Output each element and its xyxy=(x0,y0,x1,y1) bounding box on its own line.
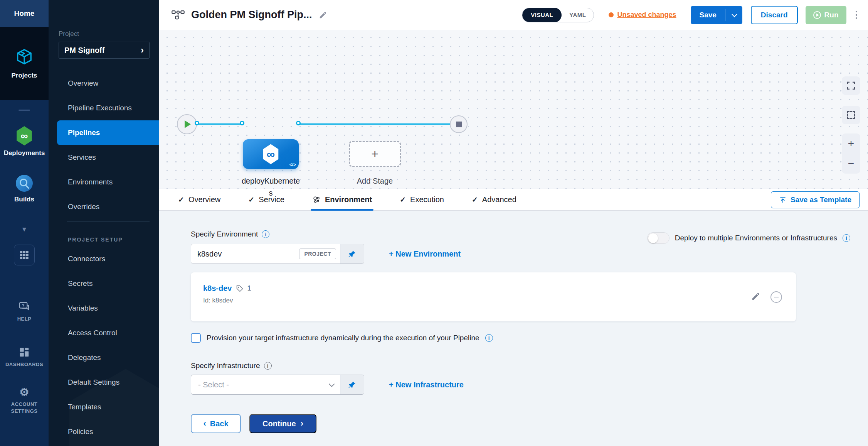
edit-environment-pencil-icon[interactable] xyxy=(751,292,760,302)
dashboards-icon xyxy=(19,346,30,358)
environment-input[interactable] xyxy=(191,244,299,264)
edge-stage-to-end xyxy=(299,123,454,125)
tag-icon xyxy=(236,285,244,292)
project-selector[interactable]: PM Signoff › xyxy=(59,42,150,59)
toggle-yaml[interactable]: YAML xyxy=(562,12,594,18)
tab-service[interactable]: ✓ Service xyxy=(248,189,284,211)
pipeline-flowchart-icon xyxy=(171,9,185,21)
toggle-visual[interactable]: VISUAL xyxy=(522,8,562,22)
marquee-icon xyxy=(847,111,855,119)
discard-button[interactable]: Discard xyxy=(751,6,798,24)
zoom-in-button[interactable]: + xyxy=(848,138,854,149)
run-button[interactable]: Run xyxy=(806,6,846,24)
multi-deploy-switch[interactable] xyxy=(647,232,670,244)
pipeline-header: Golden PM Signoff Pip... VISUAL YAML Uns… xyxy=(159,0,868,30)
sidebar-item-environments[interactable]: Environments xyxy=(49,170,159,194)
save-as-template-button[interactable]: Save as Template xyxy=(771,191,860,208)
zoom-out-button[interactable]: − xyxy=(848,158,854,169)
specify-environment-label: Specify Environment xyxy=(191,230,258,238)
sidebar-item-pipelines[interactable]: Pipelines xyxy=(57,120,159,145)
switch-knob xyxy=(648,233,658,243)
save-dropdown-button[interactable] xyxy=(725,13,742,17)
nav-help[interactable]: ? HELP xyxy=(17,301,32,323)
gear-icon: ⚙ xyxy=(19,387,29,398)
nav-dashboards[interactable]: DASHBOARDS xyxy=(5,346,43,368)
check-icon: ✓ xyxy=(472,195,478,204)
tab-environment-label: Environment xyxy=(325,195,372,204)
sidebar-item-variables[interactable]: Variables xyxy=(49,296,159,321)
canvas-zoom-controls: + − xyxy=(842,133,860,174)
nav-builds[interactable]: Builds xyxy=(14,175,34,203)
account-settings-label: ACCOUNT SETTINGS xyxy=(0,401,49,414)
sidebar-item-services[interactable]: Services xyxy=(49,145,159,170)
projects-cube-icon xyxy=(15,48,33,67)
remove-environment-icon[interactable] xyxy=(770,291,782,303)
specify-infrastructure-label: Specify Infrastructure xyxy=(191,362,260,370)
sidebar-item-overrides[interactable]: Overrides xyxy=(49,194,159,219)
add-stage-button[interactable]: + xyxy=(349,141,401,167)
tab-environment[interactable]: Environment xyxy=(312,189,372,211)
stage-node-deploy-kubernetes[interactable]: ∞ </> xyxy=(243,139,299,169)
sidebar-item-pipeline-executions[interactable]: Pipeline Executions xyxy=(49,96,159,120)
edge-start-to-stage xyxy=(197,123,243,125)
environment-id: Id: k8sdev xyxy=(203,297,784,304)
sidebar-item-connectors[interactable]: Connectors xyxy=(49,247,159,271)
info-icon[interactable]: i xyxy=(264,362,272,370)
new-infrastructure-link[interactable]: + New Infrastructure xyxy=(389,380,464,389)
info-icon[interactable]: i xyxy=(485,334,493,342)
stop-square-icon xyxy=(456,122,462,127)
visual-yaml-toggle[interactable]: VISUAL YAML xyxy=(522,8,594,22)
environment-tab-content: Specify Environment i PROJECT + New Envi… xyxy=(159,211,868,446)
canvas-selection-button[interactable] xyxy=(842,106,860,124)
rail-collapse-chevron-icon[interactable]: ▼ xyxy=(21,226,28,233)
pipeline-end-node[interactable] xyxy=(450,115,468,133)
info-icon[interactable]: i xyxy=(843,234,850,242)
main-area: Golden PM Signoff Pip... VISUAL YAML Uns… xyxy=(159,0,868,446)
unsaved-dot-icon xyxy=(609,12,614,17)
sidebar-item-delegates[interactable]: Delegates xyxy=(49,345,159,370)
pipeline-canvas[interactable]: ∞ </> deployKubernetes + Add Stage + − xyxy=(159,30,868,189)
back-button[interactable]: ‹ Back xyxy=(191,414,241,433)
header-kebab-menu[interactable] xyxy=(853,8,860,22)
module-grid-button[interactable] xyxy=(14,245,35,265)
new-environment-link[interactable]: + New Environment xyxy=(389,250,461,258)
sidebar-item-secrets[interactable]: Secrets xyxy=(49,271,159,296)
dashboards-label: DASHBOARDS xyxy=(5,361,43,368)
info-icon[interactable]: i xyxy=(262,230,269,238)
multi-deploy-toggle-row: Deploy to multiple Environments or Infra… xyxy=(647,232,850,244)
tab-overview[interactable]: ✓ Overview xyxy=(178,189,220,211)
plus-icon: + xyxy=(371,147,378,161)
sidebar-item-overview[interactable]: Overview xyxy=(49,71,159,96)
save-button[interactable]: Save xyxy=(691,6,742,24)
cd-stage-icon: ∞ xyxy=(262,144,280,164)
nav-account-settings[interactable]: ⚙ ACCOUNT SETTINGS xyxy=(0,387,49,414)
tab-execution[interactable]: ✓ Execution xyxy=(400,189,444,211)
nav-deployments[interactable]: ∞ Deployments xyxy=(4,126,45,157)
edit-title-pencil-icon[interactable] xyxy=(319,11,327,19)
edge-connector-dot xyxy=(240,121,244,125)
save-as-template-label: Save as Template xyxy=(791,196,851,204)
tab-advanced[interactable]: ✓ Advanced xyxy=(472,189,516,211)
infrastructure-select[interactable]: - Select - xyxy=(191,375,340,394)
edge-connector-dot xyxy=(296,121,301,125)
continue-button[interactable]: Continue › xyxy=(249,414,316,433)
sidebar-item-access-control[interactable]: Access Control xyxy=(49,321,159,345)
provision-checkbox[interactable] xyxy=(191,333,201,343)
canvas-fit-screen-button[interactable] xyxy=(842,76,860,95)
environment-name-link[interactable]: k8s-dev xyxy=(203,284,232,293)
nav-projects[interactable]: Projects xyxy=(0,27,49,100)
pipeline-start-node[interactable] xyxy=(177,114,197,134)
projects-label: Projects xyxy=(11,72,37,79)
nav-home[interactable]: Home xyxy=(0,0,49,27)
pin-environment-button[interactable] xyxy=(340,244,364,264)
chevron-down-icon xyxy=(732,12,737,17)
module-rail: Home Projects ∞ Deployments Builds ▼ xyxy=(0,0,49,446)
rail-divider xyxy=(0,239,49,239)
edge-connector-dot xyxy=(195,121,199,125)
pin-infrastructure-button[interactable] xyxy=(340,375,364,394)
unsaved-changes[interactable]: Unsaved changes xyxy=(609,11,676,19)
pipeline-title: Golden PM Signoff Pip... xyxy=(191,9,312,21)
tab-execution-label: Execution xyxy=(410,195,444,204)
sidebar-divider xyxy=(67,221,150,222)
tag-count: 1 xyxy=(247,284,251,292)
